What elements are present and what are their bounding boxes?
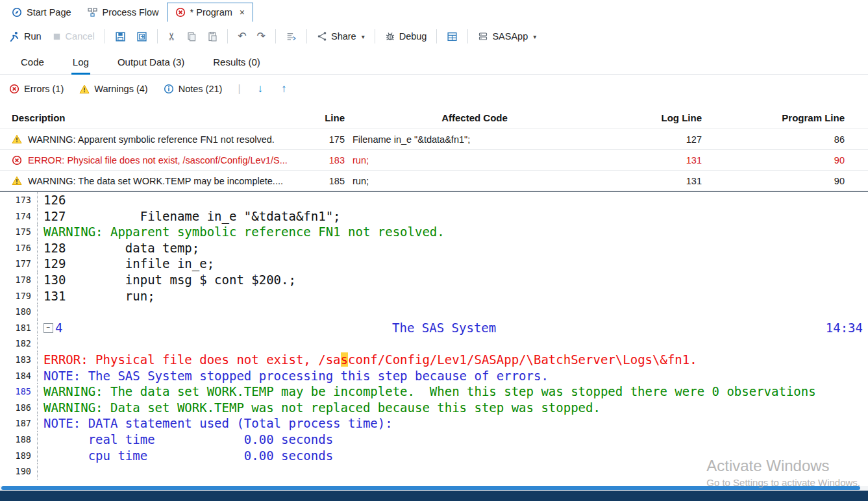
filter-errors[interactable]: Errors (1) [9, 84, 64, 94]
log-line-content[interactable]: ERROR: Physical file does not exist, /sa… [38, 352, 868, 368]
tab-start-page[interactable]: Start Page [4, 3, 79, 22]
share-button-label: Share [331, 31, 356, 42]
paste-button[interactable] [205, 29, 220, 43]
scrollbar-thumb[interactable] [1, 486, 860, 490]
log-line: 190 [0, 463, 868, 480]
log-line-content[interactable]: 128 data temp; [38, 240, 868, 256]
log-line-content[interactable]: NOTE: DATA statement used (Total process… [38, 415, 868, 432]
log-line-content[interactable]: WARNING: Data set WORK.TEMP was not repl… [38, 400, 868, 416]
log-line: 178130 input msg $ cont $200.; [0, 272, 868, 288]
log-line: 184NOTE: The SAS System stopped processi… [0, 368, 868, 384]
column-header-line: Line [299, 112, 345, 123]
tab-code[interactable]: Code [19, 56, 45, 74]
issue-affected-code: run; [345, 155, 604, 165]
undo-icon: ↶ [238, 31, 246, 42]
log-line-content[interactable]: 129 infile in_e; [38, 256, 868, 272]
error-icon [175, 7, 186, 18]
log-line-content[interactable]: 126 [38, 192, 868, 208]
issue-log-line: 131 [604, 155, 702, 165]
redo-button[interactable]: ↷ [254, 29, 268, 43]
log-line-content[interactable]: NOTE: The SAS System stopped processing … [38, 368, 868, 384]
filter-notes[interactable]: Notes (21) [164, 84, 223, 94]
save-as-button[interactable] [134, 29, 150, 44]
log-text-segment: NOTE: DATA statement used (Total process… [43, 416, 393, 430]
share-icon [317, 31, 327, 42]
log-line-content[interactable] [38, 463, 868, 480]
issues-table: Description Line Affected Code Log Line … [0, 107, 868, 192]
log-line-number: 189 [0, 448, 38, 464]
cancel-button[interactable]: Cancel [49, 29, 97, 43]
log-line-content[interactable]: −4The SAS System14:34 [38, 320, 868, 336]
log-line-content[interactable]: WARNING: Apparent symbolic reference FN1… [38, 224, 868, 240]
log-line-content[interactable] [38, 336, 868, 352]
copy-button[interactable] [184, 29, 199, 43]
collapse-section-button[interactable]: − [43, 323, 53, 333]
filter-warnings[interactable]: Warnings (4) [79, 84, 147, 94]
log-line-content[interactable]: 127 Filename in_e "&tdata&fn1"; [38, 208, 868, 225]
log-line-content[interactable]: WARNING: The data set WORK.TEMP may be i… [38, 384, 868, 400]
warning-icon [79, 84, 90, 94]
log-filter-bar: Errors (1)Warnings (4)Notes (21)|↓↑ [0, 75, 868, 103]
issue-description-cell: ERROR: Physical file does not exist, /sa… [12, 155, 299, 165]
warning-icon [12, 176, 22, 186]
run-icon [9, 31, 20, 42]
log-page-time: 14:34 [826, 320, 863, 336]
log-line: 173126 [0, 192, 868, 208]
log-line-content[interactable]: real time 0.00 seconds [38, 432, 868, 448]
toolbar-separator [275, 29, 276, 43]
format-code-button[interactable] [283, 29, 299, 44]
issue-line: 175 [299, 134, 345, 145]
issue-description: WARNING: The data set WORK.TEMP may be i… [28, 176, 283, 186]
tab-program[interactable]: * Program× [167, 3, 253, 22]
save-button[interactable] [112, 29, 129, 44]
tab-log[interactable]: Log [71, 56, 90, 74]
log-text-segment: cpu time 0.00 seconds [43, 448, 333, 463]
note-icon [164, 84, 174, 94]
horizontal-scrollbar[interactable] [0, 486, 868, 491]
share-button[interactable]: Share▾ [314, 29, 367, 43]
log-line-content[interactable]: 130 input msg $ cont $200.; [38, 272, 868, 288]
issue-row[interactable]: ERROR: Physical file does not exist, /sa… [0, 149, 868, 170]
log-text-segment: ERROR: Physical file does not exist, /sa [43, 352, 341, 367]
log-line-number: 180 [0, 304, 38, 320]
log-line-content[interactable]: cpu time 0.00 seconds [38, 448, 868, 464]
issue-row[interactable]: WARNING: The data set WORK.TEMP may be i… [0, 170, 868, 191]
tab-process-flow[interactable]: Process Flow [79, 3, 167, 22]
server-button[interactable]: SASApp▾ [475, 29, 539, 43]
debug-icon [385, 31, 395, 42]
table-button[interactable] [444, 29, 460, 44]
close-icon[interactable]: × [240, 7, 245, 18]
column-header-program-line: Program Line [702, 112, 845, 123]
log-line: 189 cpu time 0.00 seconds [0, 448, 868, 464]
cancel-button-label: Cancel [66, 31, 95, 42]
log-line-number: 185 [0, 384, 38, 400]
error-icon [12, 155, 22, 165]
log-line-content[interactable]: 131 run; [38, 288, 868, 304]
issue-affected-code: Filename in_e "&tdata&fn1"; [345, 134, 604, 145]
log-text-segment: WARNING: Data set WORK.TEMP was not repl… [43, 400, 601, 415]
start-page-icon [12, 7, 22, 18]
toolbar-separator [157, 29, 158, 43]
cut-icon: ✂ [166, 32, 177, 40]
log-line-number: 177 [0, 256, 38, 272]
log-line-content[interactable] [38, 304, 868, 320]
undo-button[interactable]: ↶ [235, 29, 249, 43]
tab-output-data[interactable]: Output Data (3) [116, 56, 186, 74]
chevron-down-icon: ▾ [533, 33, 536, 40]
next-message-button[interactable]: ↓ [256, 82, 265, 95]
log-line: 183ERROR: Physical file does not exist, … [0, 352, 868, 368]
previous-message-button[interactable]: ↑ [280, 82, 288, 95]
issue-affected-code: run; [345, 176, 604, 186]
cut-button[interactable]: ✂ [165, 29, 179, 43]
run-button[interactable]: Run [6, 29, 44, 44]
toolbar-separator [375, 29, 375, 43]
log-line: 187NOTE: DATA statement used (Total proc… [0, 415, 868, 432]
chevron-down-icon: ▾ [362, 33, 365, 40]
column-header-affected-code: Affected Code [345, 112, 604, 123]
log-page-number: 4 [55, 320, 62, 336]
view-tabs: CodeLogOutput Data (3)Results (0) [0, 51, 868, 75]
tab-results[interactable]: Results (0) [212, 56, 262, 74]
copy-icon [186, 31, 197, 42]
debug-button[interactable]: Debug [382, 29, 430, 43]
issue-row[interactable]: WARNING: Apparent symbolic reference FN1… [0, 128, 868, 149]
